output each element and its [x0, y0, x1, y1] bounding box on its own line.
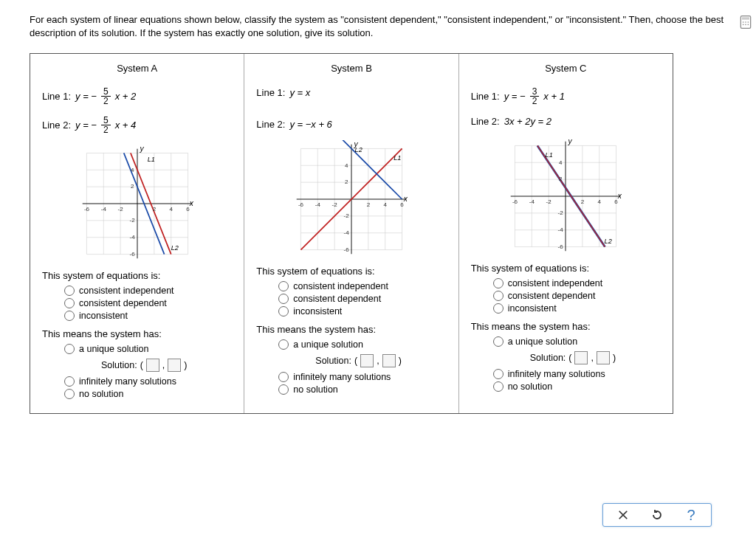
opt-label: consistent dependent: [508, 291, 596, 301]
svg-text:2: 2: [581, 199, 585, 206]
opt-unique[interactable]: a unique solution: [493, 336, 661, 347]
svg-point-3: [745, 21, 746, 23]
opt-label: consistent independent: [508, 278, 603, 288]
solution-y-input[interactable]: [168, 359, 181, 372]
opt-inconsistent[interactable]: inconsistent: [64, 311, 232, 321]
opt-inf-many[interactable]: infinitely many solutions: [64, 376, 232, 387]
fraction: 52: [101, 116, 111, 134]
solution-x-input[interactable]: [574, 351, 588, 364]
radio-icon: [493, 278, 504, 288]
opt-unique[interactable]: a unique solution: [278, 339, 446, 350]
opt-no-solution[interactable]: no solution: [278, 384, 446, 395]
means-options: a unique solution Solution: (,) infinite…: [42, 344, 232, 399]
classify-options: consistent independent consistent depend…: [471, 278, 661, 314]
opt-label: consistent independent: [293, 281, 388, 291]
denominator: 2: [530, 97, 540, 106]
opt-label: a unique solution: [508, 336, 578, 347]
system-c-title: System C: [471, 63, 661, 74]
calculator-icon[interactable]: [738, 15, 753, 30]
opt-no-solution[interactable]: no solution: [64, 389, 232, 399]
radio-icon: [493, 303, 504, 314]
svg-text:L2: L2: [605, 238, 612, 245]
classify-options: consistent independent consistent depend…: [42, 286, 232, 321]
opt-consistent-independent[interactable]: consistent independent: [493, 278, 661, 288]
help-button[interactable]: ?: [684, 508, 698, 522]
svg-text:-4: -4: [558, 226, 564, 233]
opt-label: infinitely many solutions: [293, 372, 391, 382]
system-a-graph: xy L1 L2 -6-4-2246 24-2-4-6: [63, 145, 211, 263]
opt-consistent-dependent[interactable]: consistent dependent: [493, 291, 661, 301]
radio-icon: [493, 291, 504, 301]
svg-text:-4: -4: [129, 234, 135, 241]
opt-label: no solution: [508, 381, 552, 392]
svg-text:x: x: [189, 200, 194, 208]
opt-consistent-dependent[interactable]: consistent dependent: [64, 298, 232, 308]
radio-icon: [278, 281, 289, 291]
opt-inconsistent[interactable]: inconsistent: [493, 303, 661, 314]
svg-text:L2: L2: [171, 244, 178, 252]
opt-consistent-independent[interactable]: consistent independent: [64, 286, 232, 296]
svg-line-55: [300, 140, 351, 148]
solution-x-input[interactable]: [360, 354, 374, 367]
svg-text:-2: -2: [129, 218, 135, 224]
system-a-line2: Line 2: y = − 52 x + 4: [42, 116, 232, 134]
svg-point-7: [748, 24, 749, 26]
svg-point-5: [743, 24, 744, 26]
opt-unique[interactable]: a unique solution: [64, 344, 232, 354]
radio-icon: [493, 336, 504, 347]
svg-text:y: y: [139, 145, 144, 153]
opt-no-solution[interactable]: no solution: [493, 381, 661, 392]
radio-icon: [64, 389, 75, 399]
radio-icon: [64, 311, 75, 321]
eq-text: y = −x + 6: [289, 119, 331, 130]
radio-icon: [278, 306, 289, 317]
opt-label: no solution: [79, 389, 123, 399]
eq-text: x + 2: [115, 91, 137, 102]
opt-consistent-dependent[interactable]: consistent dependent: [278, 294, 446, 304]
solution-y-input[interactable]: [597, 351, 610, 364]
line1-label: Line 1:: [471, 91, 500, 102]
svg-text:-6: -6: [558, 243, 564, 250]
eq-text: y = −: [75, 120, 97, 131]
opt-label: consistent independent: [79, 286, 174, 296]
opt-label: infinitely many solutions: [79, 376, 176, 387]
system-b-title: System B: [256, 63, 446, 74]
means-label: This means the system has:: [471, 321, 661, 332]
opt-inf-many[interactable]: infinitely many solutions: [493, 369, 661, 379]
opt-consistent-independent[interactable]: consistent independent: [278, 281, 446, 291]
system-c-column: System C Line 1: y = − 32 x + 1 Line 2: …: [459, 54, 673, 413]
svg-text:2: 2: [345, 179, 348, 186]
opt-inconsistent[interactable]: inconsistent: [278, 306, 446, 317]
action-toolbar: ?: [602, 503, 712, 527]
opt-label: inconsistent: [79, 311, 128, 321]
svg-text:4: 4: [131, 167, 134, 173]
eq-text: 3x + 2y = 2: [504, 116, 551, 127]
svg-text:6: 6: [186, 207, 190, 213]
line1-label: Line 1:: [42, 91, 71, 102]
fraction: 52: [101, 87, 111, 106]
svg-text:-6: -6: [84, 207, 90, 213]
denominator: 2: [101, 125, 111, 134]
opt-inf-many[interactable]: infinitely many solutions: [278, 372, 446, 382]
fraction: 32: [530, 87, 540, 106]
systems-container: System A Line 1: y = − 52 x + 2 Line 2: …: [30, 53, 673, 414]
reset-button[interactable]: [650, 508, 664, 522]
solution-y-input[interactable]: [382, 354, 396, 367]
system-b-column: System B Line 1: y = x Line 2: y = −x + …: [244, 54, 458, 413]
svg-text:-4: -4: [529, 199, 535, 206]
radio-icon: [278, 339, 289, 350]
solution-row: Solution: (,): [278, 354, 446, 367]
opt-label: a unique solution: [79, 344, 149, 354]
system-b-line1: Line 1: y = x: [256, 87, 446, 98]
system-c-line1: Line 1: y = − 32 x + 1: [471, 87, 661, 106]
opt-label: infinitely many solutions: [508, 369, 605, 379]
instructions-text: For each system of linear equations show…: [30, 13, 726, 40]
clear-button[interactable]: [616, 508, 630, 522]
svg-text:6: 6: [400, 202, 404, 209]
radio-icon: [493, 369, 504, 379]
svg-text:L1: L1: [394, 155, 401, 162]
means-label: This means the system has:: [42, 328, 232, 339]
svg-text:-2: -2: [344, 213, 350, 220]
svg-text:-6: -6: [512, 199, 518, 206]
solution-x-input[interactable]: [146, 359, 159, 372]
